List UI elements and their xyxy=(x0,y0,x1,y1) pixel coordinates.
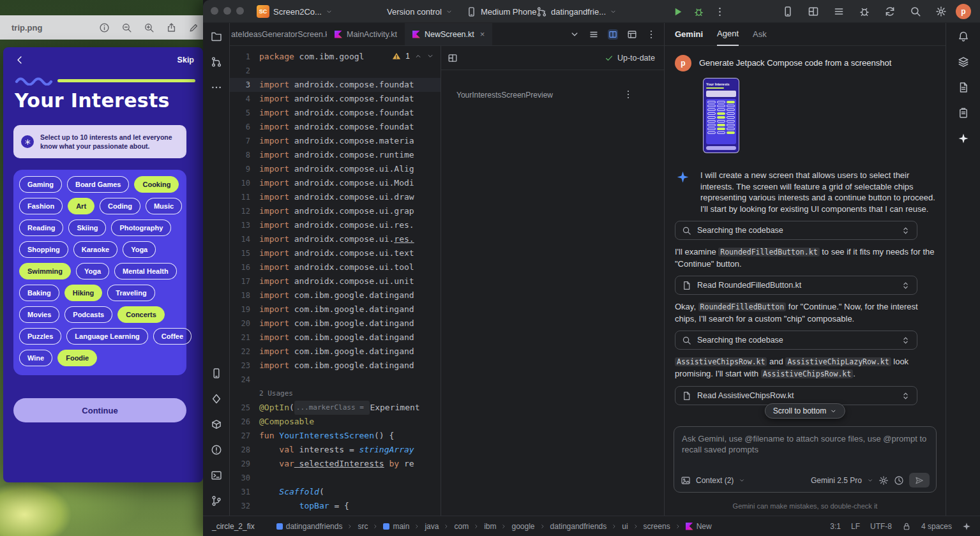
chip-board-games[interactable]: Board Games xyxy=(67,176,130,193)
image-attach-icon[interactable] xyxy=(681,475,691,486)
more-options-icon[interactable] xyxy=(646,29,656,40)
info-circle-icon[interactable] xyxy=(99,22,110,33)
breadcrumb-item-src[interactable]: src xyxy=(358,522,368,531)
layout-grid-icon[interactable] xyxy=(448,53,458,63)
terminal-icon[interactable] xyxy=(211,470,222,481)
code-line[interactable]: 6import androidx.compose.foundat xyxy=(230,120,441,134)
code-line[interactable]: 14import androidx.compose.ui.res. xyxy=(230,232,441,246)
split-view-icon[interactable] xyxy=(608,29,618,40)
model-selector[interactable]: Gemini 2.5 Pro xyxy=(811,476,862,485)
zoom-window-button[interactable] xyxy=(236,7,244,15)
tab-mainactivity[interactable]: MainActivity.kt xyxy=(327,23,405,45)
chip-shopping[interactable]: Shopping xyxy=(19,241,68,258)
code-line[interactable]: 29 var selectedInterests by re xyxy=(230,457,441,471)
code-line[interactable]: 30 xyxy=(230,471,441,485)
close-tab-icon[interactable]: × xyxy=(480,29,485,39)
share-export-icon[interactable] xyxy=(166,22,177,33)
close-window-button[interactable] xyxy=(211,7,218,15)
breadcrumb-item-screens[interactable]: screens xyxy=(644,522,670,531)
more-tools-icon[interactable] xyxy=(211,82,222,93)
window-controls[interactable] xyxy=(211,7,244,15)
code-line[interactable]: 18import com.ibm.google.datingand xyxy=(230,288,441,302)
chip-yoga[interactable]: Yoga xyxy=(76,263,109,279)
breadcrumb-item-datingandfriends[interactable]: datingandfriends xyxy=(550,522,607,531)
tool-call-card[interactable]: Read RoundedFilledButton.kt xyxy=(675,276,917,295)
chip-fashion[interactable]: Fashion xyxy=(19,198,63,214)
chip-music[interactable]: Music xyxy=(146,198,182,214)
code-view-icon[interactable] xyxy=(589,29,599,40)
gemini-input[interactable]: Ask Gemini, use @filename to attach sour… xyxy=(674,426,937,493)
expand-icon[interactable] xyxy=(901,226,910,235)
lock-icon[interactable] xyxy=(902,522,911,531)
code-line[interactable]: 2 xyxy=(230,64,441,78)
code-line[interactable]: 8import androidx.compose.runtime xyxy=(230,148,441,162)
zoom-in-icon[interactable] xyxy=(144,22,155,33)
chip-reading[interactable]: Reading xyxy=(19,220,63,236)
debug-bug-button[interactable] xyxy=(693,6,704,17)
gemini-sparkle-icon[interactable] xyxy=(958,133,969,144)
chip-gaming[interactable]: Gaming xyxy=(19,176,62,193)
window-grid-icon[interactable] xyxy=(808,6,819,17)
more-actions-icon[interactable] xyxy=(714,6,725,17)
expand-icon[interactable] xyxy=(901,391,910,401)
chip-baking[interactable]: Baking xyxy=(19,285,59,301)
smartphone-icon[interactable] xyxy=(782,6,794,17)
ai-sparkle-icon[interactable] xyxy=(962,522,971,531)
code-line[interactable]: 7import androidx.compose.materia xyxy=(230,134,441,148)
code-line[interactable]: 22import com.ibm.google.datingand xyxy=(230,345,441,359)
code-line[interactable]: 10import androidx.compose.ui.Modi xyxy=(230,176,441,190)
attachment-thumbnail[interactable]: Your Interests xyxy=(703,78,739,153)
search-icon[interactable] xyxy=(910,6,921,17)
minimize-window-button[interactable] xyxy=(223,7,231,15)
chip-cooking[interactable]: Cooking xyxy=(134,176,179,193)
chip-movies[interactable]: Movies xyxy=(19,306,59,323)
package-box-icon[interactable] xyxy=(211,419,222,430)
status-widget[interactable]: 3:1 xyxy=(830,522,841,531)
settings-gear-icon[interactable] xyxy=(878,475,889,486)
preview-options-icon[interactable] xyxy=(623,89,633,100)
scroll-to-bottom-button[interactable]: Scroll to bottom xyxy=(765,403,845,419)
status-widget[interactable]: LF xyxy=(851,522,860,531)
chip-traveling[interactable]: Traveling xyxy=(107,285,155,301)
zoom-out-icon[interactable] xyxy=(121,22,132,33)
code-line[interactable]: 32 topBar = { xyxy=(230,499,441,513)
design-view-icon[interactable] xyxy=(627,29,637,40)
list-lines-icon[interactable] xyxy=(833,6,845,17)
layers-icon[interactable] xyxy=(958,56,969,68)
clipboard-icon[interactable] xyxy=(958,107,969,119)
history-clock-icon[interactable] xyxy=(894,475,904,486)
code-line[interactable]: 20import com.ibm.google.datingand xyxy=(230,316,441,331)
breadcrumb-item-ibm[interactable]: ibm xyxy=(484,522,496,531)
chip-concerts[interactable]: Concerts xyxy=(117,306,165,323)
code-line[interactable]: 2 Usages xyxy=(230,387,441,401)
status-widget[interactable]: UTF-8 xyxy=(870,522,892,531)
inspections-widget[interactable]: 1 xyxy=(389,51,437,61)
bug-icon[interactable] xyxy=(859,6,870,17)
status-widget[interactable]: 4 spaces xyxy=(921,522,952,531)
code-line[interactable]: 15import androidx.compose.ui.text xyxy=(230,246,441,260)
prev-warning-icon[interactable] xyxy=(414,52,422,60)
code-line[interactable]: 9import androidx.compose.ui.Alig xyxy=(230,162,441,176)
chip-puzzles[interactable]: Puzzles xyxy=(19,328,61,345)
code-line[interactable]: 16import androidx.compose.ui.tool xyxy=(230,260,441,274)
code-line[interactable]: 4import androidx.compose.foundat xyxy=(230,92,441,106)
chip-karaoke[interactable]: Karaoke xyxy=(73,241,117,258)
code-line[interactable]: 11import androidx.compose.ui.draw xyxy=(230,190,441,204)
chip-wine[interactable]: Wine xyxy=(19,350,52,366)
tool-call-card[interactable]: Searching the codebase xyxy=(675,221,917,240)
expand-icon[interactable] xyxy=(901,336,910,345)
context-selector[interactable]: Context (2) xyxy=(696,476,734,485)
code-line[interactable]: 21import com.ibm.google.datingand xyxy=(230,331,441,345)
chip-foodie[interactable]: Foodie xyxy=(57,350,97,366)
vcs-widget[interactable]: Version control xyxy=(387,0,453,23)
code-line[interactable]: 13import androidx.compose.ui.res. xyxy=(230,218,441,232)
code-line[interactable]: 27fun YourInterestsScreen() { xyxy=(230,429,441,443)
send-button[interactable] xyxy=(909,473,930,488)
git-branch-name[interactable]: _circle_2_fix xyxy=(212,522,255,531)
breadcrumb-item-main[interactable]: main xyxy=(383,522,409,531)
breadcrumb-item-datingandfriends[interactable]: datingandfriends xyxy=(276,522,343,531)
code-line[interactable]: 5import androidx.compose.foundat xyxy=(230,106,441,120)
chip-podcasts[interactable]: Podcasts xyxy=(64,306,112,323)
tool-call-card[interactable]: Read AssistiveChipsRow.kt xyxy=(675,386,917,405)
edit-pencil-icon[interactable] xyxy=(188,22,199,33)
